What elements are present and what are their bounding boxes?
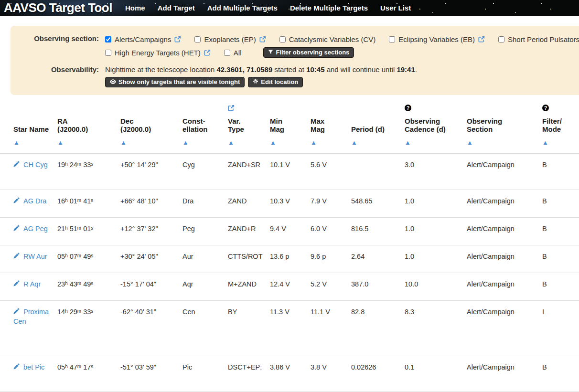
nav-delete-multiple-targets[interactable]: Delete Multiple Targets: [284, 4, 374, 12]
checkbox-item-high-energy-targets: High Energy Targets (HET): [105, 49, 211, 57]
edit-location-button[interactable]: Edit location: [248, 77, 303, 87]
filter-observing-sections-button[interactable]: Filter observing sections: [263, 47, 354, 58]
edit-pencil-icon[interactable]: [13, 224, 20, 230]
star-name-link[interactable]: AG Peg: [23, 225, 48, 233]
column-header-observing-cadence[interactable]: ? Observing Cadence (d) ▲: [405, 105, 467, 154]
short-period-pulsators-checkbox[interactable]: [498, 36, 504, 42]
constellation-cell: Peg: [182, 218, 228, 245]
sort-asc-icon[interactable]: ▲: [311, 139, 348, 146]
column-header-var-type[interactable]: Var. Type ▲: [228, 105, 270, 154]
ra-cell: 05ʰ 47ᵐ 17ˢ: [57, 356, 120, 392]
button-label: Filter observing sections: [276, 49, 349, 56]
constellation-cell: Cyg: [182, 154, 228, 190]
sort-asc-icon[interactable]: ▲: [405, 139, 464, 146]
ra-cell: 14ʰ 29ᵐ 33ˢ: [57, 301, 120, 356]
external-link-icon[interactable]: [204, 49, 211, 56]
sort-asc-icon[interactable]: ▲: [57, 139, 118, 146]
show-visible-targets-button[interactable]: Show only targets that are visible tonig…: [105, 77, 245, 87]
column-header-filter-mode[interactable]: ? Filter/ Mode ▲: [542, 105, 579, 154]
column-label: Dec: [120, 117, 180, 125]
funnel-icon: [268, 49, 273, 56]
column-header-ra[interactable]: RA (J2000.0) ▲: [57, 105, 120, 154]
nav-add-target[interactable]: Add Target: [151, 4, 201, 12]
checkbox-label: High Energy Targets (HET): [115, 49, 201, 57]
period-cell: 2.64: [351, 245, 405, 273]
edit-pencil-icon[interactable]: [13, 307, 20, 313]
edit-pencil-icon[interactable]: [13, 362, 20, 369]
help-icon[interactable]: ?: [405, 105, 464, 115]
exoplanets-checkbox[interactable]: [194, 36, 201, 42]
sort-asc-icon[interactable]: ▲: [13, 139, 54, 146]
nav-user-list[interactable]: User List: [374, 4, 417, 12]
star-name-cell: AG Peg: [0, 218, 57, 245]
sort-asc-icon[interactable]: ▲: [228, 139, 267, 146]
target-row: RW Aur 05ʰ 07ᵐ 49ˢ +30° 24' 05" Aur CTTS…: [0, 245, 579, 273]
external-link-icon[interactable]: [228, 105, 267, 115]
night-end-time: 19:41: [397, 65, 415, 74]
star-name-link[interactable]: RW Aur: [23, 253, 47, 260]
column-header-max-mag[interactable]: Max Mag ▲: [311, 105, 351, 154]
observing-cadence-cell: 3.0: [405, 154, 467, 190]
column-header-min-mag[interactable]: Min Mag ▲: [270, 105, 311, 154]
star-name-link[interactable]: R Aqr: [23, 280, 41, 288]
app-logo[interactable]: AAVSO Target Tool: [4, 0, 112, 15]
high-energy-targets-checkbox[interactable]: [105, 50, 111, 56]
column-label: Period (d): [351, 125, 402, 133]
column-header-observing-section[interactable]: Observing Section ▲: [467, 105, 542, 154]
star-name-cell: R Aqr: [0, 273, 57, 301]
targets-table: Star Name ▲ RA (J2000.0) ▲ Dec (J2000.0)…: [0, 105, 579, 392]
checkbox-label: Cataclysmic Variables (CV): [289, 35, 375, 43]
constellation-cell: Aqr: [182, 273, 228, 301]
dec-cell: -51° 03' 59": [120, 356, 182, 392]
checkbox-label: Alerts/Campaigns: [115, 35, 171, 43]
max-mag-cell: 5.6 V: [311, 154, 351, 190]
edit-pencil-icon[interactable]: [13, 252, 20, 258]
eye-icon: [110, 78, 116, 85]
edit-pencil-icon[interactable]: [13, 160, 20, 166]
sort-asc-icon[interactable]: ▲: [467, 139, 539, 146]
telescope-coordinates: 42.3601, 71.0589: [216, 65, 272, 74]
sort-asc-icon[interactable]: ▲: [120, 139, 180, 146]
column-header-constellation[interactable]: Const- ellation ▲: [182, 105, 228, 154]
sort-asc-icon[interactable]: ▲: [351, 139, 402, 146]
column-header-dec[interactable]: Dec (J2000.0) ▲: [120, 105, 182, 154]
external-link-icon[interactable]: [259, 36, 266, 42]
nav-add-multiple-targets[interactable]: Add Multiple Targets: [201, 4, 284, 12]
observing-cadence-cell: 0.1: [405, 356, 467, 392]
sort-asc-icon[interactable]: ▲: [270, 139, 308, 146]
star-name-link[interactable]: AG Dra: [23, 197, 46, 205]
help-icon[interactable]: ?: [542, 105, 576, 115]
all-sections-checkbox[interactable]: [224, 50, 230, 56]
sort-asc-icon[interactable]: ▲: [182, 139, 225, 146]
nav-home[interactable]: Home: [119, 4, 151, 12]
checkbox-label: All: [234, 49, 242, 57]
observing-cadence-cell: 10.0: [405, 273, 467, 301]
min-mag-cell: 10.1 V: [270, 154, 311, 190]
sort-asc-icon[interactable]: ▲: [542, 139, 576, 146]
checkbox-label: Exoplanets (EP): [204, 35, 256, 43]
observing-section-cell: Alert/Campaign: [467, 190, 542, 218]
edit-pencil-icon[interactable]: [13, 279, 20, 286]
external-link-icon[interactable]: [478, 36, 485, 42]
min-mag-cell: 9.4 V: [270, 218, 311, 245]
eclipsing-variables-checkbox[interactable]: [389, 36, 395, 42]
filter-mode-cell: B: [542, 154, 579, 190]
column-header-period[interactable]: Period (d) ▲: [351, 105, 405, 154]
dec-cell: +12° 37' 32": [120, 218, 182, 245]
external-link-icon[interactable]: [174, 36, 181, 42]
constellation-cell: Pic: [182, 356, 228, 392]
star-name-link[interactable]: CH Cyg: [23, 161, 48, 169]
period-cell: 82.8: [351, 301, 405, 356]
filter-mode-cell: B: [542, 190, 579, 218]
filter-mode-cell: B: [542, 273, 579, 301]
star-name-link[interactable]: bet Pic: [23, 363, 44, 371]
edit-pencil-icon[interactable]: [13, 196, 20, 202]
column-header-star-name[interactable]: Star Name ▲: [0, 105, 57, 154]
target-row: CH Cyg 19ʰ 24ᵐ 33ˢ +50° 14' 29" Cyg ZAND…: [0, 154, 579, 190]
target-row: R Aqr 23ʰ 43ᵐ 49ˢ -15° 17' 04" Aqr M+ZAN…: [0, 273, 579, 301]
column-label: Filter/: [542, 117, 576, 125]
cataclysmic-variables-checkbox[interactable]: [279, 36, 286, 42]
alerts-campaigns-checkbox[interactable]: [105, 36, 111, 42]
min-mag-cell: 12.4 V: [270, 273, 311, 301]
button-label: Show only targets that are visible tonig…: [118, 78, 240, 85]
